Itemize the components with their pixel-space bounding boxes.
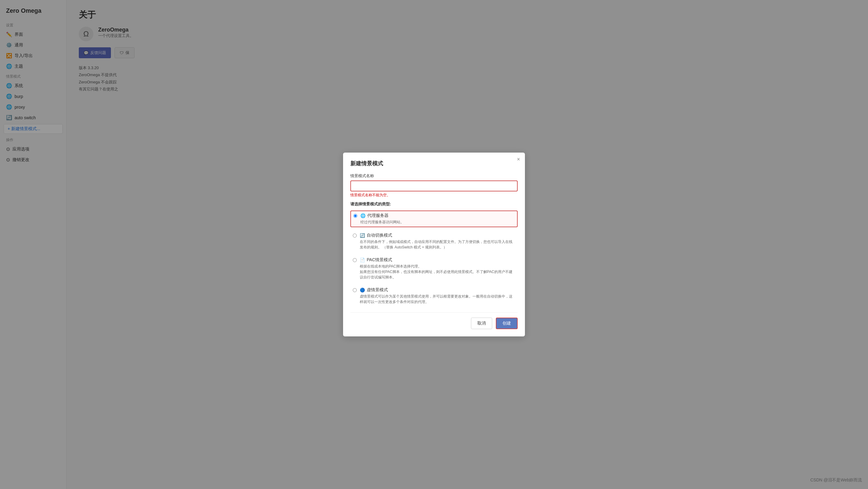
- proxy-server-icon: 🌐: [360, 213, 366, 218]
- radio-auto-switch[interactable]: [353, 234, 357, 237]
- dialog-close-button[interactable]: ×: [517, 156, 520, 163]
- name-field-label: 情景模式名称: [350, 173, 518, 179]
- virtual-desc: 虚情景模式可以作为某个其他情景模式使用，并可以根需要更改对象。一般用在自动切换中…: [360, 294, 515, 305]
- radio-proxy-server[interactable]: [353, 214, 357, 218]
- dialog-footer: 取消 创建: [350, 312, 518, 329]
- proxy-server-desc: 经过代理服务器访问网站。: [360, 219, 515, 225]
- dialog-title: 新建情景模式: [350, 160, 518, 167]
- type-section-label: 请选择情景模式的类型:: [350, 201, 518, 207]
- type-option-proxy-server[interactable]: 🌐 代理服务器 经过代理服务器访问网站。: [350, 210, 518, 227]
- pac-desc: 根据在线或本地的PAC脚本选择代理。如果您没有任何PAC脚本，也没有脚本的网址，…: [360, 264, 515, 280]
- name-error-message: 情景模式名称不能为空。: [350, 193, 518, 198]
- auto-switch-content: 🔄 自动切换模式 在不同的条件下，例如域或模式，自动应用不同的配置文件。为了方便…: [360, 233, 515, 250]
- new-profile-dialog: × 新建情景模式 情景模式名称 情景模式名称不能为空。 请选择情景模式的类型: …: [343, 152, 525, 337]
- pac-icon: 📄: [360, 258, 365, 262]
- proxy-server-title: 🌐 代理服务器: [360, 213, 515, 219]
- proxy-server-content: 🌐 代理服务器 经过代理服务器访问网站。: [360, 213, 515, 225]
- virtual-title: 🔵 虚情景模式: [360, 287, 515, 293]
- type-option-pac[interactable]: 📄 PAC情景模式 根据在线或本地的PAC脚本选择代理。如果您没有任何PAC脚本…: [350, 255, 518, 282]
- profile-name-input[interactable]: [350, 180, 518, 192]
- auto-switch-icon: 🔄: [360, 233, 365, 238]
- auto-switch-title: 🔄 自动切换模式: [360, 233, 515, 238]
- virtual-content: 🔵 虚情景模式 虚情景模式可以作为某个其他情景模式使用，并可以根需要更改对象。一…: [360, 287, 515, 305]
- cancel-button[interactable]: 取消: [471, 318, 492, 329]
- virtual-icon: 🔵: [360, 288, 365, 292]
- modal-overlay: × 新建情景模式 情景模式名称 情景模式名称不能为空。 请选择情景模式的类型: …: [0, 0, 868, 489]
- create-button[interactable]: 创建: [496, 318, 518, 329]
- type-option-virtual[interactable]: 🔵 虚情景模式 虚情景模式可以作为某个其他情景模式使用，并可以根需要更改对象。一…: [350, 285, 518, 306]
- pac-title: 📄 PAC情景模式: [360, 257, 515, 263]
- radio-virtual[interactable]: [353, 288, 357, 292]
- radio-pac[interactable]: [353, 258, 357, 262]
- auto-switch-desc: 在不同的条件下，例如域或模式，自动应用不同的配置文件。为了方便切换，您也可以导入…: [360, 239, 515, 250]
- type-option-auto-switch[interactable]: 🔄 自动切换模式 在不同的条件下，例如域或模式，自动应用不同的配置文件。为了方便…: [350, 231, 518, 252]
- pac-content: 📄 PAC情景模式 根据在线或本地的PAC脚本选择代理。如果您没有任何PAC脚本…: [360, 257, 515, 280]
